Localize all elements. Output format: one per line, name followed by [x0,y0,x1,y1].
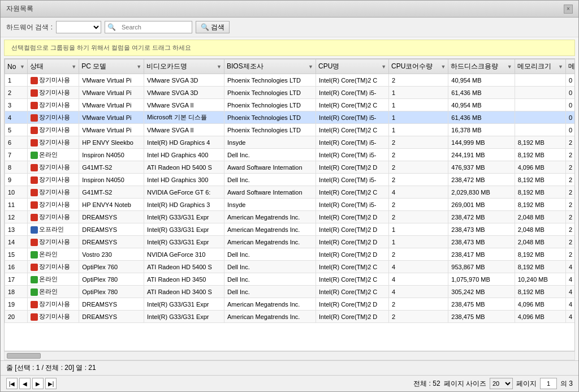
cell-video-card: NVIDIA GeForce GT 6: [144,186,224,199]
table-row[interactable]: 17온라인OptiPlex 780ATI Radeon HD 3450Dell … [5,273,576,286]
table-row[interactable]: 2장기미사용VMware Virtual PiVMware SVGA 3DPho… [5,87,576,99]
table-row[interactable]: 10장기미사용G41MT-S2NVIDIA GeForce GT 6:Award… [5,186,576,199]
cell-cpu-cores: 2 [389,311,448,323]
cell-pc-model: VMware Virtual Pi [79,87,144,99]
close-button[interactable]: × [564,5,573,14]
table-row[interactable]: 3장기미사용VMware Virtual PiVMware SVGA IIPho… [5,99,576,111]
cell-no: 4 [5,111,28,124]
table-row[interactable]: 11장기미사용HP ENVY4 NotebIntel(R) HD Graphic… [5,199,576,211]
cell-pc-model: DREAMSYS [79,236,144,248]
cell-no: 6 [5,136,28,149]
table-row[interactable]: 16장기미사용OptiPlex 760ATI Radeon HD 5400 SD… [5,261,576,273]
col-header-memory[interactable]: 메모리크기▼ [515,59,565,74]
cell-status: 장기미사용 [27,236,79,248]
table-row[interactable]: 13오프라인DREAMSYSIntel(R) G33/G31 ExprAmeri… [5,223,576,236]
cell-bios: Award Software Internation [224,186,316,199]
table-wrapper[interactable]: No▼상태▼PC 모델▼비디오카드명▼BIOS제조사▼CPU명▼CPU코어수량▼… [4,58,575,351]
cell-status: 장기미사용 [27,136,79,149]
cell-no: 1 [5,74,28,87]
total-records-label: 전체 : 52 [413,379,440,389]
page-number-input[interactable] [540,378,557,389]
col-header-no[interactable]: No▼ [5,59,28,74]
table-body: 1장기미사용VMware Virtual PiVMware SVGA 3DPho… [5,74,576,323]
cell-memory-slots: 0 [565,111,575,124]
col-label-bios: BIOS제조사 [227,62,263,71]
cell-no: 13 [5,223,28,236]
horizontal-scrollbar[interactable] [4,351,575,360]
cell-memory [515,74,565,87]
col-header-pc_model[interactable]: PC 모델▼ [79,59,144,74]
cell-bios: American Megatrends Inc. [224,223,316,236]
search-btn-label: 검색 [211,23,224,32]
cell-memory-slots: 2 [565,236,575,248]
cell-status: 장기미사용 [27,111,79,124]
col-header-memory_slots[interactable]: 메모리슬롯수량▼ [565,59,575,74]
cell-bios: Dell Inc. [224,261,316,273]
cell-bios: Phoenix Technologies LTD [224,87,316,99]
cell-hdd: 238,475 MB [448,298,515,311]
table-row[interactable]: 1장기미사용VMware Virtual PiVMware SVGA 3DPho… [5,74,576,87]
prev-page-button[interactable]: ◀ [19,378,31,389]
cell-memory [515,124,565,136]
table-row[interactable]: 14장기미사용DREAMSYSIntel(R) G33/G31 ExprAmer… [5,236,576,248]
table-row[interactable]: 7온라인Inspiron N4050Intel HD Graphics 400D… [5,149,576,161]
cell-hdd: 305,242 MB [448,286,515,298]
first-page-button[interactable]: |◀ [6,378,18,389]
col-header-status[interactable]: 상태▼ [27,59,79,74]
cell-hdd: 238,473 MB [448,236,515,248]
cell-cpu: Intel(R) Core(TM)2 C [316,261,389,273]
scrollbar-thumb[interactable] [7,353,41,359]
table-row[interactable]: 6장기미사용HP ENVY SleekboIntel(R) HD Graphic… [5,136,576,149]
cell-status: 장기미사용 [27,124,79,136]
cell-cpu-cores: 2 [389,298,448,311]
sort-icon-cpu_cores: ▼ [440,64,446,70]
cell-cpu: Intel(R) Core(TM)2 D [316,161,389,174]
next-page-button[interactable]: ▶ [32,378,44,389]
cell-cpu: Intel(R) Core(TM) i5- [316,87,389,99]
cell-memory: 2,048 MB [515,211,565,223]
table-row[interactable]: 4장기미사용VMware Virtual PiMicrosoft 기본 디스플P… [5,111,576,124]
cell-pc-model: DREAMSYS [79,298,144,311]
cell-memory [515,111,565,124]
table-row[interactable]: 15온라인Vostro 230NVIDIA GeForce 310Dell In… [5,248,576,261]
col-label-status: 상태 [30,62,44,71]
cell-memory: 8,192 MB [515,286,565,298]
table-header-row: No▼상태▼PC 모델▼비디오카드명▼BIOS제조사▼CPU명▼CPU코어수량▼… [5,59,576,74]
table-row[interactable]: 8장기미사용G41MT-S2ATI Radeon HD 5400 SAward … [5,161,576,174]
col-header-bios[interactable]: BIOS제조사▼ [224,59,316,74]
col-header-video_card[interactable]: 비디오카드명▼ [144,59,224,74]
page-size-select[interactable]: 10 20 50 100 [490,378,513,389]
cell-no: 19 [5,298,28,311]
cell-status: 온라인 [27,248,79,261]
cell-memory-slots: 0 [565,124,575,136]
col-header-cpu_cores[interactable]: CPU코어수량▼ [389,59,448,74]
col-header-hdd[interactable]: 하드디스크용량▼ [448,59,515,74]
cell-no: 18 [5,286,28,298]
hardware-type-dropdown[interactable]: 전체 [56,21,101,33]
cell-cpu-cores: 4 [389,261,448,273]
search-magnifier-icon: 🔍 [105,23,118,31]
col-header-cpu[interactable]: CPU명▼ [316,59,389,74]
table-row[interactable]: 12장기미사용DREAMSYSIntel(R) G33/G31 ExprAmer… [5,211,576,223]
table-row[interactable]: 5장기미사용VMware Virtual PiVMware SVGA IIPho… [5,124,576,136]
table-row[interactable]: 18온라인OptiPlex 780ATI Radeon HD 3400 SDel… [5,286,576,298]
search-input[interactable] [118,21,192,33]
cell-memory: 8,192 MB [515,149,565,161]
cell-hdd: 238,473 MB [448,223,515,236]
cell-status: 장기미사용 [27,161,79,174]
cell-cpu-cores: 1 [389,87,448,99]
table-row[interactable]: 9장기미사용Inspiron N4050Intel HD Graphics 30… [5,174,576,186]
cell-bios: Phoenix Technologies LTD [224,99,316,111]
last-page-button[interactable]: ▶| [45,378,57,389]
cell-bios: Award Software Internation [224,161,316,174]
cell-cpu-cores: 2 [389,211,448,223]
cell-no: 11 [5,199,28,211]
cell-memory-slots: 0 [565,74,575,87]
cell-pc-model: VMware Virtual Pi [79,99,144,111]
search-button[interactable]: 🔍 검색 [196,21,230,33]
table-row[interactable]: 19장기미사용DREAMSYSIntel(R) G33/G31 ExprAmer… [5,298,576,311]
cell-cpu-cores: 2 [389,149,448,161]
cell-memory-slots: 0 [565,99,575,111]
table-row[interactable]: 20장기미사용DREAMSYSIntel(R) G33/G31 ExprAmer… [5,311,576,323]
cell-no: 10 [5,186,28,199]
